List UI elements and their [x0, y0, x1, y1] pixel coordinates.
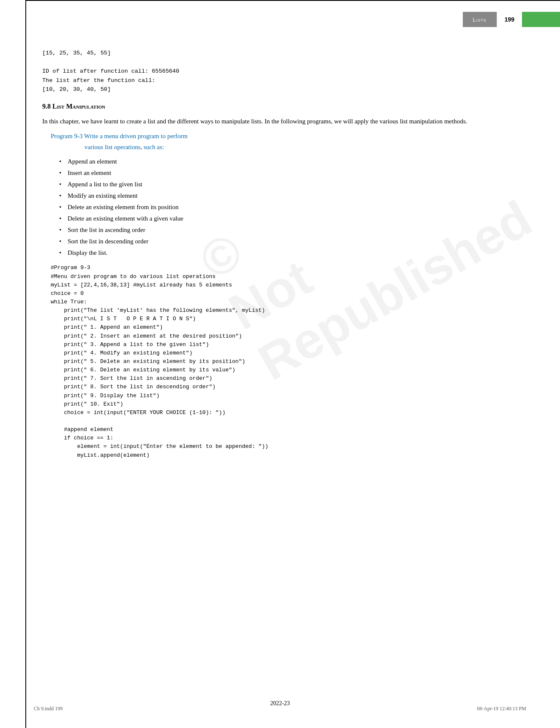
code-line-4: The list after the function call: — [42, 76, 526, 85]
list-item: Append a list to the given list — [59, 179, 526, 190]
section-title: List Manipulation — [52, 103, 105, 110]
page-number: 199 — [505, 16, 514, 23]
footer-date-info: 08-Apr-19 12:40:13 PM — [477, 706, 526, 712]
footer-year: 2022-23 — [270, 700, 290, 707]
bullet-list: Append an element Insert an element Appe… — [59, 156, 526, 259]
program-label: Program 9-3 Write a menu driven program … — [42, 131, 526, 153]
top-border — [25, 0, 560, 1]
list-item: Sort the list in ascending order — [59, 224, 526, 236]
list-item: Sort the list in descending order — [59, 236, 526, 247]
section-number: 9.8 — [42, 103, 52, 110]
list-item: Display the list. — [59, 247, 526, 259]
header-green-bar — [522, 12, 560, 27]
section-heading: 9.8 List Manipulation — [42, 103, 526, 110]
footer-file-info: Ch 9.indd 199 — [34, 706, 63, 712]
list-item: Modify an existing element — [59, 190, 526, 202]
program-label-line2: various list operations, such as: — [51, 142, 526, 153]
page-container: Lists 199 ©NotRepublished [15, 25, 35, 4… — [0, 0, 560, 728]
list-item: Append an element — [59, 156, 526, 167]
main-content: [15, 25, 35, 45, 55] ID of list after fu… — [42, 49, 526, 460]
code-line-1: [15, 25, 35, 45, 55] — [42, 49, 526, 58]
list-item: Delete an existing element with a given … — [59, 213, 526, 224]
intro-paragraph: In this chapter, we have learnt to creat… — [42, 116, 526, 127]
lists-label: Lists — [473, 16, 486, 23]
list-item: Insert an element — [59, 167, 526, 179]
header-lists-tab: Lists — [463, 12, 497, 27]
code-line-5: [10, 20, 30, 40, 50] — [42, 85, 526, 94]
list-item: Delete an existing element from its posi… — [59, 202, 526, 213]
code-line-3: ID of list after function call: 65565640 — [42, 67, 526, 76]
program-code-block: #Program 9-3 #Menu driven program to do … — [51, 264, 526, 459]
left-border — [25, 0, 26, 728]
program-label-line1: Program 9-3 Write a menu driven program … — [51, 133, 188, 139]
header-page-num: 199 — [497, 12, 522, 27]
code-line-2 — [42, 58, 526, 67]
page-footer: 2022-23 Ch 9.indd 199 08-Apr-19 12:40:13… — [0, 700, 560, 715]
page-header: Lists 199 — [463, 12, 560, 27]
top-code-block: [15, 25, 35, 45, 55] ID of list after fu… — [42, 49, 526, 94]
